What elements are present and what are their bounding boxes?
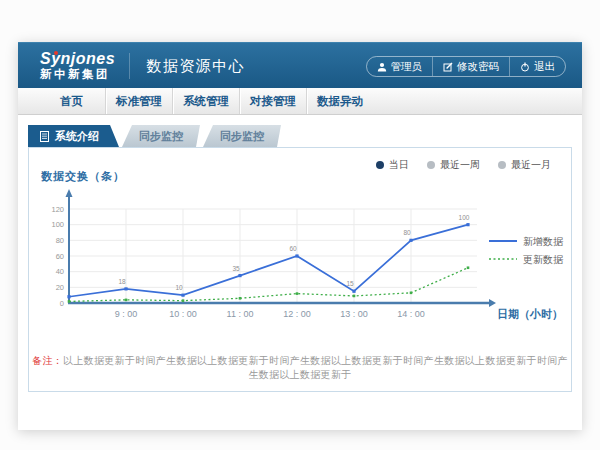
svg-text:100: 100 [51, 220, 64, 229]
svg-text:11 : 00: 11 : 00 [227, 309, 254, 319]
change-password-button[interactable]: 修改密码 [432, 57, 509, 76]
radio-today[interactable]: 当日 [376, 158, 409, 172]
nav-item-integration-mgmt[interactable]: 对接管理 [239, 88, 306, 114]
radio-last-month-label: 最近一月 [511, 158, 551, 172]
svg-text:0: 0 [60, 299, 64, 308]
radio-unselected-icon [498, 161, 506, 169]
tab-sync-monitor-2[interactable]: 同步监控 [203, 125, 281, 147]
header-actions: 管理员 修改密码 退出 [366, 56, 567, 77]
footnote: 备注：以上数据更新于时间产生数据以上数据更新于时间产生数据以上数据更新于时间产生… [29, 354, 571, 382]
tab-bar: 系统介绍 同步监控 同步监控 [28, 125, 582, 147]
tab-system-intro[interactable]: 系统介绍 [28, 125, 119, 147]
user-button[interactable]: 管理员 [367, 57, 433, 76]
user-button-label: 管理员 [391, 60, 423, 74]
svg-text:12 : 00: 12 : 00 [283, 309, 311, 319]
line-chart: 0204060801001209 : 0010 : 0011 : 0012 : … [41, 186, 571, 326]
radio-today-label: 当日 [389, 158, 409, 172]
logout-button[interactable]: 退出 [509, 57, 565, 76]
svg-text:18: 18 [118, 278, 126, 285]
logo-main-text: Synjones [40, 50, 115, 68]
app-window: Synjones 新中新集团 数据资源中心 管理员 修改密码 退出 首页 标准管… [18, 42, 582, 430]
svg-text:35: 35 [232, 265, 240, 272]
chart-panel: 当日 最近一周 最近一月 数据交换（条） 0204060801001209 : … [28, 147, 572, 392]
svg-text:9 : 00: 9 : 00 [115, 309, 138, 319]
tab-sync-monitor-1[interactable]: 同步监控 [122, 125, 200, 147]
main-nav: 首页 标准管理 系统管理 对接管理 数据异动 [18, 88, 582, 115]
svg-text:60: 60 [289, 245, 297, 252]
svg-text:15: 15 [346, 280, 354, 287]
tab-label: 系统介绍 [55, 125, 99, 147]
document-icon [40, 131, 49, 142]
svg-text:120: 120 [51, 205, 64, 214]
svg-text:日期（小时）: 日期（小时） [497, 308, 563, 321]
svg-text:80: 80 [56, 236, 64, 245]
svg-text:80: 80 [403, 229, 411, 236]
radio-selected-icon [376, 161, 384, 169]
edit-icon [443, 62, 453, 72]
user-icon [377, 62, 387, 72]
change-password-label: 修改密码 [457, 60, 499, 74]
svg-text:40: 40 [56, 267, 64, 276]
nav-item-system-mgmt[interactable]: 系统管理 [172, 88, 239, 114]
svg-text:13 : 00: 13 : 00 [340, 309, 368, 319]
nav-item-standard-mgmt[interactable]: 标准管理 [105, 88, 172, 114]
radio-unselected-icon [427, 161, 435, 169]
footnote-label: 备注： [32, 355, 63, 366]
svg-text:60: 60 [56, 252, 64, 261]
power-icon [520, 62, 530, 72]
svg-text:10: 10 [175, 284, 183, 291]
nav-item-data-change[interactable]: 数据异动 [306, 88, 373, 114]
logo: Synjones 新中新集团 [40, 50, 115, 80]
radio-last-week[interactable]: 最近一周 [427, 158, 480, 172]
nav-item-home[interactable]: 首页 [38, 88, 105, 114]
svg-text:100: 100 [459, 214, 470, 221]
svg-text:新增数据: 新增数据 [523, 236, 564, 247]
logo-sub-text: 新中新集团 [40, 68, 115, 81]
footnote-text: 以上数据更新于时间产生数据以上数据更新于时间产生数据以上数据更新于时间产生数据以… [63, 355, 568, 380]
svg-text:14 : 00: 14 : 00 [397, 309, 425, 319]
logout-label: 退出 [534, 60, 555, 74]
y-axis-title: 数据交换（条） [41, 169, 125, 184]
svg-text:20: 20 [56, 283, 64, 292]
page-title: 数据资源中心 [129, 53, 245, 79]
svg-text:10 : 00: 10 : 00 [169, 309, 197, 319]
radio-last-week-label: 最近一周 [440, 158, 480, 172]
period-radio-group: 当日 最近一周 最近一月 [376, 158, 551, 172]
app-header: Synjones 新中新集团 数据资源中心 管理员 修改密码 退出 [18, 42, 582, 88]
svg-text:更新数据: 更新数据 [523, 254, 564, 265]
radio-last-month[interactable]: 最近一月 [498, 158, 551, 172]
